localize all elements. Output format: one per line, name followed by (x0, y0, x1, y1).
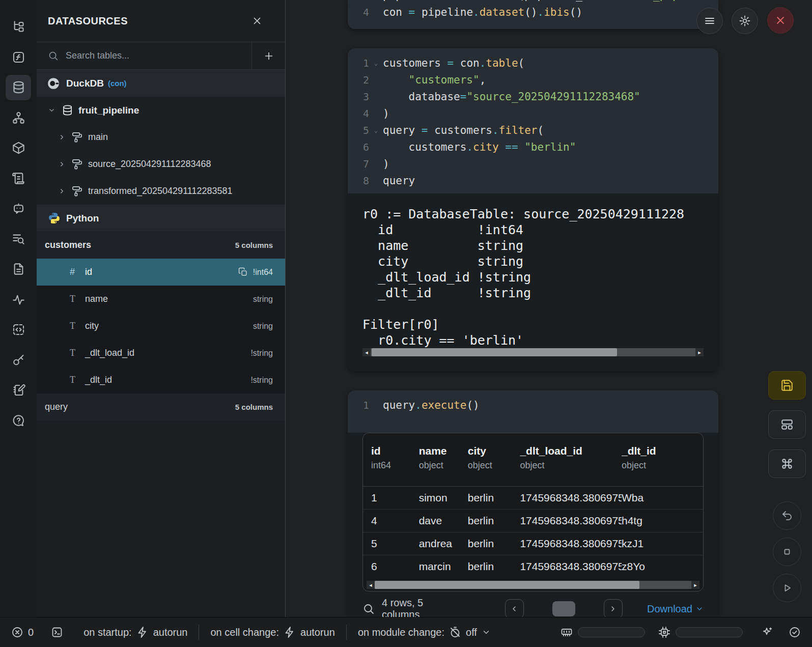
code-line[interactable]: 8query (348, 172, 718, 189)
activity-help-button[interactable] (0, 406, 37, 436)
column-row-name[interactable]: Tnamestring (37, 286, 285, 313)
on-startup-setting[interactable]: on startup: autorun (83, 626, 187, 638)
settings-button[interactable] (732, 8, 758, 34)
layout-button[interactable] (768, 410, 806, 439)
code-editor[interactable]: 3pipeline = dlt.attach(pipeline_name="fr… (348, 0, 718, 20)
activity-logs-button[interactable] (0, 163, 37, 194)
table-row[interactable]: 6marcinberlin1745968348.3806975z8Yo (363, 555, 703, 578)
code-line[interactable]: 1⌄customers = con.table( (348, 54, 718, 71)
code-line[interactable]: 3 database="source_202504291112283468" (348, 88, 718, 105)
database-row-fruit-pipeline[interactable]: fruit_pipeline (37, 97, 285, 124)
activity-packages-button[interactable] (0, 133, 37, 163)
horizontal-scrollbar[interactable]: ◂ ▸ (362, 348, 704, 356)
header-name: id (371, 444, 419, 458)
code-line[interactable]: 5⌄query = customers.filter( (348, 122, 718, 138)
schema-row-main[interactable]: main (37, 124, 285, 151)
activity-snippets-button[interactable] (0, 315, 37, 345)
table-row-customers[interactable]: customers 5 columns (37, 232, 285, 259)
activity-file-tree-button[interactable] (0, 12, 37, 42)
table-header-city[interactable]: cityobject (468, 444, 520, 471)
command-icon (780, 457, 794, 470)
on-cell-change-setting[interactable]: on cell change: autorun (210, 626, 334, 638)
table-cell: kzJ1 (622, 538, 703, 550)
activity-datasources-button[interactable] (0, 72, 37, 103)
close-panel-icon[interactable] (251, 15, 263, 26)
activity-performance-button[interactable] (0, 285, 37, 315)
activity-scratchpad-button[interactable] (0, 375, 37, 406)
result-table-body: 1simonberlin1745968348.3806975Wba4davebe… (363, 487, 703, 578)
lightning-icon (284, 626, 296, 638)
column-row-_dlt_id[interactable]: T_dlt_id!string (37, 367, 285, 393)
download-link[interactable]: Download (647, 603, 704, 615)
terminal-icon[interactable] (51, 626, 63, 638)
code-line[interactable]: 1query.execute() (348, 397, 718, 413)
page-number-chip[interactable] (552, 601, 575, 616)
command-palette-button[interactable] (768, 449, 806, 478)
activity-secrets-button[interactable] (0, 345, 37, 376)
code-line[interactable]: 3pipeline = dlt.attach(pipeline_name="fr… (348, 0, 718, 4)
schema-row-source_202504291112283468[interactable]: source_202504291112283468 (37, 151, 285, 178)
table-row[interactable]: 4daveberlin1745968348.3806975h4tg (363, 510, 703, 532)
scroll-right-icon[interactable]: ▸ (695, 348, 704, 356)
table-header-_dlt_id[interactable]: _dlt_idobject (622, 444, 703, 471)
table-header-id[interactable]: idint64 (363, 444, 419, 471)
scrollbar-thumb[interactable] (372, 348, 617, 356)
table-row[interactable]: 1simonberlin1745968348.3806975Wba (363, 487, 703, 510)
run-button[interactable] (773, 574, 801, 602)
activity-tracebacks-button[interactable] (0, 224, 37, 255)
cpu-usage-meter (676, 627, 743, 637)
code-cell-3[interactable]: 1query.execute() idint64nameobjectcityob… (348, 390, 718, 622)
scroll-left-icon[interactable]: ◂ (367, 581, 375, 589)
table-name: customers (45, 240, 91, 250)
scroll-left-icon[interactable]: ◂ (362, 348, 371, 356)
fold-chevron-icon[interactable]: ⌄ (369, 59, 383, 67)
cpu-icon (658, 626, 670, 638)
table-row-query[interactable]: query 5 columns (37, 393, 285, 420)
undo-button[interactable] (773, 501, 801, 530)
column-row-id[interactable]: #id!int64 (37, 259, 285, 286)
save-button[interactable] (768, 371, 806, 400)
on-module-change-setting[interactable]: on module change: off (358, 626, 491, 638)
code-editor[interactable]: 1⌄customers = con.table(2 "customers",3 … (348, 48, 718, 193)
fold-chevron-icon[interactable]: ⌄ (369, 126, 383, 134)
code-line[interactable]: 4) (348, 105, 718, 122)
code-line[interactable]: 2 "customers", (348, 71, 718, 88)
code-cell-2[interactable]: 1⌄customers = con.table(2 "customers",3 … (348, 48, 718, 371)
notebook-menu-button[interactable] (696, 8, 723, 34)
code-line[interactable]: 7) (348, 155, 718, 172)
code-line[interactable]: 4con = pipeline.dataset().ibis() (348, 4, 718, 20)
shutdown-button[interactable] (767, 7, 794, 34)
schema-row-transformed_202504291112283581[interactable]: transformed_202504291112283581 (37, 178, 285, 205)
interrupt-button[interactable] (773, 538, 801, 566)
table-search-icon[interactable] (362, 603, 375, 615)
connection-row-duckdb[interactable]: DuckDB (con) (37, 70, 285, 97)
column-row-city[interactable]: Tcitystring (37, 313, 285, 340)
code-line[interactable]: 6 customers.city == "berlin" (348, 138, 718, 155)
table-header-name[interactable]: nameobject (419, 444, 468, 471)
code-editor[interactable]: 1query.execute() (348, 390, 718, 419)
table-header-_dlt_load_id[interactable]: _dlt_load_idobject (520, 444, 622, 471)
table-row[interactable]: 5andreaberlin1745968348.3806975kzJ1 (363, 532, 703, 555)
scrollbar-thumb[interactable] (375, 581, 639, 589)
activity-dependencies-button[interactable] (0, 103, 37, 133)
table-cell: andrea (419, 538, 468, 550)
search-icon (48, 50, 59, 61)
activity-variables-button[interactable] (0, 42, 37, 73)
engine-row-python[interactable]: Python (37, 205, 285, 232)
horizontal-scrollbar[interactable]: ◂ ▸ (367, 581, 699, 589)
sparkles-icon[interactable] (761, 626, 773, 638)
error-count[interactable]: 0 (11, 626, 34, 638)
code-cell-1[interactable]: 3pipeline = dlt.attach(pipeline_name="fr… (348, 0, 718, 29)
add-datasource-button[interactable] (251, 42, 285, 69)
previous-page-button[interactable] (505, 599, 524, 618)
scroll-right-icon[interactable]: ▸ (691, 581, 699, 589)
function-square-icon (12, 50, 25, 64)
table-cell: berlin (468, 560, 520, 573)
column-row-_dlt_load_id[interactable]: T_dlt_load_id!string (37, 340, 285, 367)
table-cell: 5 (363, 538, 419, 550)
activity-chat-button[interactable] (0, 193, 37, 224)
activity-documentation-button[interactable] (0, 254, 37, 285)
search-input[interactable]: Search tables... (66, 50, 251, 61)
on-cell-change-label: on cell change: (210, 627, 279, 638)
next-page-button[interactable] (604, 599, 623, 618)
